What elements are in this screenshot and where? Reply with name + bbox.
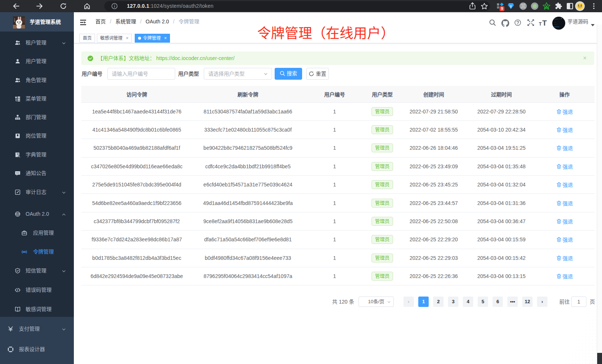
svg-text:T: T bbox=[539, 21, 542, 27]
svg-text:T: T bbox=[542, 19, 547, 27]
svg-text:⌘: ⌘ bbox=[521, 4, 525, 9]
svg-text:9: 9 bbox=[501, 7, 503, 11]
svg-text:A: A bbox=[23, 250, 26, 254]
